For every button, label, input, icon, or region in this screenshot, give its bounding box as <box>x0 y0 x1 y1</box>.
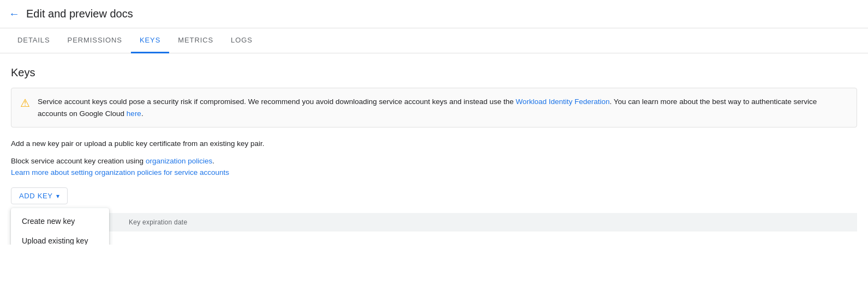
warning-icon: ⚠ <box>20 96 30 109</box>
org-policy-text: Block service account key creation using… <box>11 157 857 165</box>
org-policy-prefix: Block service account key creation using <box>11 157 146 165</box>
tabs-nav: DETAILS PERMISSIONS KEYS METRICS LOGS <box>0 28 868 53</box>
learn-more-link[interactable]: Learn more about setting organization po… <box>11 168 857 177</box>
warning-box: ⚠ Service account keys could pose a secu… <box>11 88 857 127</box>
add-key-dropdown: Create new key Upload existing key <box>11 208 109 245</box>
col-key-expiration-date: Key expiration date <box>129 218 238 226</box>
info-text-span: Add a new key pair or upload a public ke… <box>11 139 265 148</box>
main-content: Keys ⚠ Service account keys could pose a… <box>0 53 868 245</box>
page-title: Edit and preview docs <box>26 8 133 20</box>
tab-keys[interactable]: KEYS <box>131 28 169 53</box>
tab-permissions[interactable]: PERMISSIONS <box>59 28 131 53</box>
info-text: Add a new key pair or upload a public ke… <box>11 138 857 149</box>
organization-policies-link[interactable]: organization policies <box>146 157 212 165</box>
add-key-button[interactable]: ADD KEY ▾ <box>11 187 68 204</box>
upload-existing-key-item[interactable]: Upload existing key <box>11 231 109 245</box>
workload-identity-federation-link[interactable]: Workload Identity Federation <box>516 98 609 106</box>
table-header-row: Key creation date Key expiration date <box>11 213 857 232</box>
back-icon: ← <box>9 8 20 20</box>
create-new-key-item[interactable]: Create new key <box>11 211 109 231</box>
page-header: ← Edit and preview docs <box>0 0 868 28</box>
add-key-area: ADD KEY ▾ Create new key Upload existing… <box>11 187 68 204</box>
warning-text: Service account keys could pose a securi… <box>38 96 848 119</box>
chevron-down-icon: ▾ <box>56 192 60 200</box>
add-key-label: ADD KEY <box>19 192 53 200</box>
warning-text-before: Service account keys could pose a securi… <box>38 98 516 106</box>
warning-text-after: . <box>141 109 143 118</box>
section-title: Keys <box>11 66 857 79</box>
tab-metrics[interactable]: METRICS <box>169 28 222 53</box>
back-button[interactable]: ← <box>9 8 20 20</box>
org-policy-suffix: . <box>212 157 214 165</box>
here-link[interactable]: here <box>127 109 141 118</box>
tab-details[interactable]: DETAILS <box>9 28 59 53</box>
tab-logs[interactable]: LOGS <box>222 28 261 53</box>
